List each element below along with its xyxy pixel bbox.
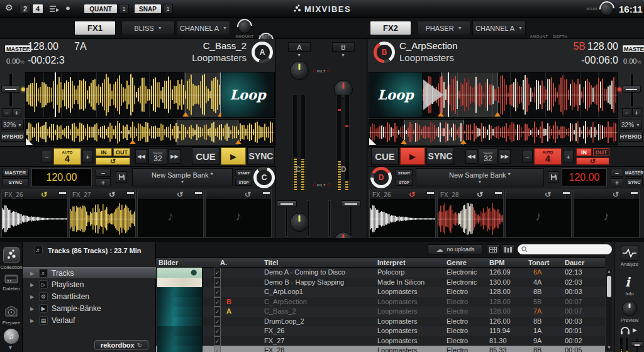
table-row[interactable]: ✓BC_ArpSectionLoopmastersElectro128.005B… [156,297,605,307]
quant-button[interactable]: QUANT [84,4,118,14]
quant-value[interactable]: 1 [119,4,129,14]
sidebar-item-smartlisten[interactable]: ▶⚙Smartlisten [23,291,156,303]
deck-b-loop-in-button[interactable]: IN [576,148,592,156]
pad-volume-handle[interactable] [59,192,66,194]
deck-b-seek-display[interactable]: SEEK 32 [479,148,497,165]
pad-volume-handle[interactable] [495,192,502,194]
search-input[interactable] [530,246,606,253]
sampler-c-bpm-display[interactable]: 120.00 [31,168,92,186]
scroll-down-icon[interactable]: ▼ [607,345,611,349]
volume-fader-track-3[interactable] [328,200,331,237]
sampler-d-bpm-display[interactable]: 120.00 [562,168,607,186]
track-checkbox[interactable]: ✓ [214,317,221,327]
analyze-button[interactable] [621,246,638,261]
phrase-2-button[interactable]: 2 [19,4,31,14]
sampler-c-pad-4[interactable]: ↺♪ [205,190,272,238]
pad-loop-icon[interactable]: ↺ [245,190,251,199]
fx1-routing-select[interactable]: CHANNEL A▼ [177,21,230,35]
tree-expander-icon[interactable]: ▶ [30,271,34,276]
pad-waveform[interactable] [438,200,503,237]
pad-waveform[interactable] [70,200,135,237]
deck-a-sync-button[interactable]: SYNC [247,147,275,165]
sidebar-item-tracks[interactable]: ▶♬Tracks [23,267,156,279]
sampler-d-pad-4[interactable]: ↺♪ [573,190,640,238]
volume-fader-handle-1[interactable] [277,200,297,207]
search-box[interactable] [517,244,613,255]
deck-a-zoom-select[interactable]: 32%▼ [1,120,24,130]
sampler-c-bpm-minus-button[interactable]: − [96,169,111,177]
pad-volume-handle[interactable] [127,192,134,194]
deck-b-seek-back-button[interactable]: ◀◀ [465,149,477,164]
deck-b-loop-plus-button[interactable]: + [563,150,574,163]
deck-a-pitch-slider-handle[interactable] [1,86,20,93]
sampler-d-bpm-minus-button[interactable]: − [611,169,623,177]
deck-b-sync-button[interactable]: SYNC [426,147,454,165]
pad-loop-icon[interactable]: ↺ [613,190,619,199]
deck-b-pitch-minus-button[interactable]: − [622,108,631,116]
sampler-d-pad-2[interactable]: FX_28↺ [437,190,504,238]
track-checkbox[interactable]: ✓ [214,297,221,307]
sampler-d-pad-1[interactable]: FX_26↺ [369,190,436,238]
pad-waveform[interactable] [370,200,435,237]
deck-b-autoloop-button[interactable]: AUTO 4 [534,148,562,165]
record-icon[interactable]: ● [65,3,70,13]
deck-b-waveform-main[interactable]: Loop [369,72,618,118]
column-header-interpret[interactable]: Interpret [377,258,406,268]
sampler-c-pad-2[interactable]: FX_27↺ [69,190,136,238]
pad-waveform[interactable] [2,200,67,237]
mixer-channel-a-select[interactable]: A [288,42,311,52]
sampler-c-master-button[interactable]: MASTER [2,169,29,177]
deck-b-cue-button[interactable]: CUE [371,147,399,165]
pad-volume-handle[interactable] [263,192,270,194]
table-row[interactable]: ✓C_ArpLoop1LoopmastersElectro128.008B00:… [156,287,605,297]
sampler-c-badge[interactable]: C [253,167,275,188]
deck-a-cue-button[interactable]: CUE [192,147,219,165]
deck-a-pitch-plus-button[interactable]: + [12,108,21,116]
pad-loop-icon[interactable]: ↺ [177,190,183,199]
fx2-routing-select[interactable]: CHANNEL A▼ [472,21,526,35]
sampler-c-pad-3[interactable]: ↺♪ [137,190,204,238]
list-view-button[interactable] [502,244,514,254]
deck-b-waveform-overview[interactable] [369,119,618,145]
sampler-d-bpm-plus-button[interactable]: + [611,178,623,186]
phrase-4-button[interactable]: 4 [32,4,43,14]
deck-a-loop-out-button[interactable]: OUT [113,148,130,156]
grid-view-button[interactable] [487,244,499,254]
deck-b-badge[interactable]: B [374,42,395,63]
sampler-c-save-button[interactable] [116,171,127,183]
sampler-c-pad-1[interactable]: FX_26↺ [1,190,68,238]
volume-fader-handle-4[interactable] [341,200,361,207]
scrollbar-thumb[interactable] [607,276,611,297]
uploads-button[interactable]: ☁ no uploads [428,244,483,254]
column-header-bpm[interactable]: BPM [489,258,504,268]
preview-volume-knob[interactable] [622,301,637,316]
column-header-a[interactable]: A. [220,258,227,268]
fx2-effect-select[interactable]: PHASER▼ [417,21,470,35]
sampler-c-stop-button[interactable]: STOP [235,179,252,186]
sampler-c-sync-button[interactable]: SYNC [2,178,29,186]
mixer-filter-knob-c[interactable] [290,213,309,232]
track-checkbox[interactable]: ✓ [214,336,221,346]
track-checkbox[interactable]: ✓ [214,346,221,352]
column-header-dauer[interactable]: Dauer [565,258,584,268]
deck-a-loop-toggle-button[interactable]: ↺ [96,157,130,165]
deck-a-pitch-minus-button[interactable]: − [2,108,11,116]
fx1-button[interactable]: FX1 [74,21,116,35]
deck-a-seek-display[interactable]: SEEK 32 [148,148,167,165]
column-header-bilder[interactable]: Bilder [158,258,178,268]
tree-expander-icon[interactable]: ▶ [30,318,34,324]
deck-b-play-button[interactable]: ▶ [400,147,425,165]
sampler-c-bank-select[interactable]: New Sample Bank *▼ [132,168,233,186]
deck-b-loop-out-button[interactable]: OUT [593,148,609,156]
pad-loop-icon[interactable]: ↺ [545,190,551,199]
deck-b-mode-button[interactable]: HYBRID [619,132,643,142]
snap-button[interactable]: SNAP [134,4,162,14]
fx1-effect-select[interactable]: BLISS▼ [121,21,175,35]
deck-a-play-button[interactable]: ▶ [221,147,246,165]
table-row[interactable]: ✓FX_27LoopmastersElectro81.309A00:02 [156,336,605,346]
deck-a-loop-in-button[interactable]: IN [96,148,112,156]
sampler-d-master-button[interactable]: MASTER [626,169,643,177]
playlist-icon[interactable] [49,4,59,13]
track-checkbox[interactable]: ✓ [214,307,221,317]
sampler-d-bank-select[interactable]: New Sample Bank *▼ [416,168,544,186]
